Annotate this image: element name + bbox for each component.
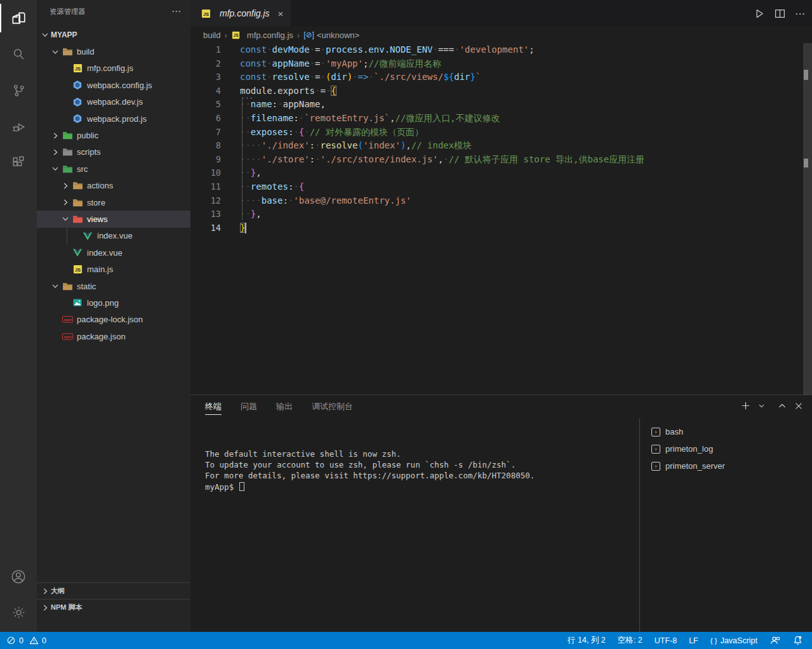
svg-text:npm: npm	[63, 318, 71, 322]
code-line-8[interactable]: 8····'./index':·resolve('index'),// inde…	[190, 139, 812, 153]
notifications-bell-icon[interactable]	[792, 635, 803, 646]
terminal-session-primeton_server[interactable]: ›primeton_server	[640, 457, 812, 475]
panel-tab-3[interactable]: 调试控制台	[312, 395, 353, 418]
tree-item-public[interactable]: public	[37, 127, 190, 143]
terminal-output[interactable]: The default interactive shell is now zsh…	[205, 449, 535, 492]
svg-text:JS: JS	[74, 66, 80, 72]
tree-item-index-vue[interactable]: index.vue	[37, 244, 190, 261]
warning-icon	[29, 636, 39, 645]
terminal-session-primeton_log[interactable]: ›primeton_log	[640, 440, 812, 457]
tree-item-label: index.vue	[97, 231, 133, 240]
tab-mfp-config-js[interactable]: JS mfp.config.js ×	[190, 0, 291, 27]
activitybar-extensions[interactable]	[0, 145, 37, 181]
encoding-status[interactable]: UTF-8	[655, 636, 677, 645]
code-line-1[interactable]: 1const·devMode·=·process.env.NODE_ENV·==…	[190, 43, 812, 57]
tree-item-store[interactable]: store	[37, 194, 190, 211]
code-line-3[interactable]: 3const·resolve·=·(dir)·=>·`./src/views/$…	[190, 70, 812, 84]
sidebar-section-npm-scripts[interactable]: NPM 脚本	[37, 599, 190, 615]
code-line-4[interactable]: 4module.exports·=·{···	[190, 84, 812, 98]
tree-item-myapp[interactable]: MYAPP	[37, 27, 190, 43]
panel-tab-0[interactable]: 终端	[205, 395, 222, 418]
sidebar-section-outline[interactable]: 大纲	[37, 582, 190, 599]
split-editor-icon[interactable]	[775, 8, 785, 19]
editor-tab-bar: JS mfp.config.js × ⋯	[190, 0, 812, 27]
tree-item-views[interactable]: views	[37, 211, 190, 227]
tree-item-build[interactable]: build	[37, 43, 190, 60]
activitybar-explorer[interactable]	[0, 0, 37, 36]
activitybar-search[interactable]	[0, 36, 37, 72]
panel-actions	[741, 401, 803, 410]
text-cursor	[245, 223, 246, 233]
close-panel-icon[interactable]	[794, 402, 803, 410]
tree-item-webpack-dev-js[interactable]: webpack.dev.js	[37, 94, 190, 110]
tree-item-label: build	[77, 47, 94, 56]
chevron-down-icon	[50, 164, 61, 174]
code-line-2[interactable]: 2const·appName·=·'myApp';//微前端应用名称	[190, 57, 812, 71]
activitybar-settings[interactable]	[0, 594, 37, 631]
breadcrumb-symbol[interactable]: <unknown>	[317, 30, 359, 40]
svg-text:npm: npm	[63, 335, 71, 339]
tree-item-logo-png[interactable]: logo.png	[37, 294, 190, 311]
language-status[interactable]: { } JavaScript	[710, 636, 757, 645]
terminal-session-bash[interactable]: ›bash	[640, 423, 812, 440]
js-icon: JS	[71, 63, 84, 74]
terminal-prompt: myApp$	[205, 482, 535, 492]
line-number: 4	[190, 84, 221, 98]
tree-item-label: store	[87, 198, 105, 207]
code-line-14[interactable]: 14}	[190, 221, 812, 235]
close-icon[interactable]: ×	[278, 8, 284, 19]
code-line-10[interactable]: 10··},	[190, 166, 812, 180]
maximize-panel-icon[interactable]	[778, 402, 787, 410]
code-line-5[interactable]: 5··name:·appName,	[190, 98, 812, 112]
code-line-7[interactable]: 7··exposes:·{·// 对外暴露的模块（页面）	[190, 126, 812, 140]
breadcrumb-folder[interactable]: build	[203, 30, 220, 40]
line-number: 5	[190, 98, 221, 112]
editor-scrollbar[interactable]	[803, 43, 812, 395]
indentation-status[interactable]: 空格: 2	[618, 635, 642, 646]
code-line-6[interactable]: 6··filename:·`remoteEntry.js`,//微应用入口,不建…	[190, 112, 812, 126]
tree-item-label: main.js	[87, 265, 113, 274]
activitybar-source-control[interactable]	[0, 72, 37, 108]
tree-item-actions[interactable]: actions	[37, 178, 190, 194]
error-icon	[6, 636, 16, 645]
tree-item-label: public	[77, 131, 98, 140]
more-actions-icon[interactable]: ⋯	[171, 6, 182, 17]
tree-item-src[interactable]: src	[37, 161, 190, 177]
activitybar-account[interactable]	[0, 558, 37, 594]
feedback-icon[interactable]	[769, 635, 780, 646]
panel-tab-2[interactable]: 输出	[276, 395, 293, 418]
more-actions-icon[interactable]: ⋯	[795, 8, 806, 20]
code-editor[interactable]: 1const·devMode·=·process.env.NODE_ENV·==…	[190, 43, 812, 395]
tree-item-webpack-prod-js[interactable]: webpack.prod.js	[37, 110, 190, 127]
tree-item-webpack-config-js[interactable]: webpack.config.js	[37, 77, 190, 93]
panel-tab-1[interactable]: 问题	[241, 395, 257, 418]
js-icon: JS	[71, 265, 84, 275]
problems-status[interactable]: 0 0	[6, 636, 46, 645]
code-line-12[interactable]: 12····base:·'base@/remoteEntry.js'	[190, 194, 812, 208]
overview-ruler-marker	[804, 159, 808, 167]
tree-item-label: actions	[87, 181, 113, 190]
code-line-9[interactable]: 9····'./store':·'./src/store/index.js',·…	[190, 153, 812, 167]
terminal-dropdown-icon[interactable]	[758, 402, 765, 409]
cursor-position-status[interactable]: 行 14, 列 2	[568, 635, 606, 646]
tree-item-static[interactable]: static	[37, 278, 190, 294]
tree-item-scripts[interactable]: scripts	[37, 144, 190, 161]
tree-item-package-json[interactable]: npmpackage.json	[37, 328, 190, 344]
breadcrumb-file[interactable]: mfp.config.js	[247, 30, 293, 40]
run-icon[interactable]	[754, 8, 765, 19]
chevron-right-icon	[50, 147, 61, 157]
code-line-11[interactable]: 11··remotes:·{	[190, 180, 812, 194]
tree-item-mfp-config-js[interactable]: JSmfp.config.js	[37, 60, 190, 77]
activitybar-run-debug[interactable]	[0, 108, 37, 145]
vue-icon	[71, 247, 84, 258]
tree-item-package-lock-json[interactable]: npmpackage-lock.json	[37, 311, 190, 328]
new-terminal-icon[interactable]	[741, 401, 750, 410]
terminal-line: To update your account to use zsh, pleas…	[205, 459, 535, 470]
tree-item-main-js[interactable]: JSmain.js	[37, 261, 190, 277]
search-icon	[11, 46, 27, 62]
vue-icon	[81, 231, 94, 241]
eol-status[interactable]: LF	[689, 636, 698, 645]
code-line-13[interactable]: 13··},	[190, 207, 812, 221]
line-number: 3	[190, 70, 221, 84]
tree-item-index-vue[interactable]: index.vue	[37, 228, 190, 244]
